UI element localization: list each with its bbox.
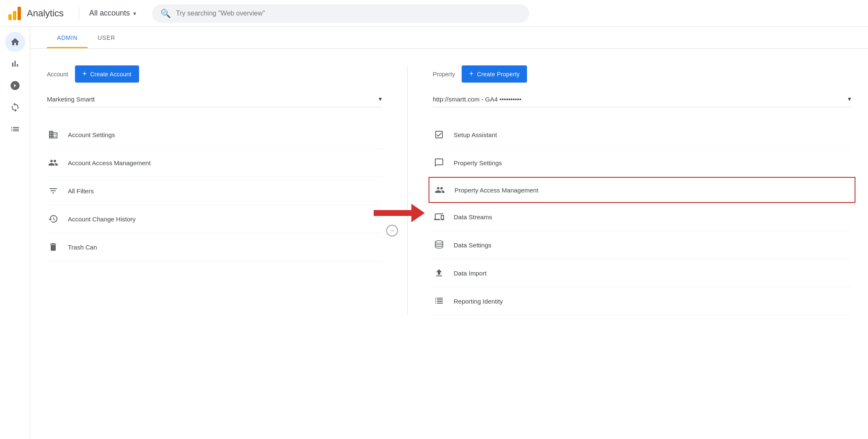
- property-column: Property + Create Property http://smartt…: [407, 65, 851, 315]
- create-account-button[interactable]: + Create Account: [75, 65, 139, 83]
- menu-item-all-filters[interactable]: All Filters: [47, 177, 382, 205]
- menu-item-reporting-identity[interactable]: Reporting Identity: [433, 287, 851, 315]
- sidebar-icon-configure[interactable]: [5, 119, 25, 139]
- logo-bar-large: [18, 7, 21, 20]
- menu-item-data-streams[interactable]: Data Streams: [433, 203, 851, 231]
- setup-assistant-label: Setup Assistant: [454, 131, 497, 138]
- analytics-logo: [8, 7, 21, 20]
- svg-point-1: [435, 241, 443, 243]
- explore-icon: [10, 81, 20, 91]
- account-column-label: Account: [47, 71, 68, 78]
- top-header: Analytics All accounts ▾ 🔍: [0, 0, 868, 27]
- menu-item-account-change-history[interactable]: Account Change History: [47, 205, 382, 233]
- left-sidebar: [0, 27, 30, 439]
- property-column-label: Property: [433, 71, 455, 78]
- advertising-icon: [10, 102, 20, 112]
- logo-bar-small: [8, 14, 12, 20]
- menu-item-data-import[interactable]: Data Import: [433, 259, 851, 287]
- menu-item-account-access-management[interactable]: Account Access Management: [47, 149, 382, 177]
- account-settings-label: Account Settings: [68, 131, 115, 138]
- menu-item-setup-assistant[interactable]: Setup Assistant: [433, 121, 851, 149]
- account-dropdown[interactable]: Marketing Smartt ▾: [47, 91, 382, 107]
- data-streams-icon: [434, 212, 444, 222]
- app-name: Analytics: [27, 8, 64, 19]
- home-icon: [10, 37, 20, 47]
- plus-icon-property: +: [469, 70, 474, 78]
- arrow-head: [411, 204, 425, 222]
- account-access-management-label: Account Access Management: [68, 159, 151, 166]
- property-settings-label: Property Settings: [454, 159, 502, 166]
- main-content: ADMIN USER Account + Create Account Mark…: [30, 27, 868, 439]
- trash-icon: [48, 242, 58, 252]
- all-filters-label: All Filters: [68, 187, 94, 195]
- sidebar-icon-reports[interactable]: [5, 54, 25, 74]
- setup-assistant-icon: [434, 130, 444, 140]
- search-icon: 🔍: [160, 8, 171, 18]
- red-arrow-annotation: [374, 204, 425, 222]
- property-dropdown[interactable]: http://smartt.com - GA4 •••••••••• ▾: [433, 91, 851, 107]
- menu-item-account-settings[interactable]: Account Settings: [47, 121, 382, 149]
- account-dropdown-value: Marketing Smartt: [47, 96, 95, 103]
- column-divider-circle: →: [386, 225, 398, 236]
- search-bar[interactable]: 🔍: [152, 4, 529, 23]
- account-change-history-label: Account Change History: [68, 216, 136, 223]
- property-access-icon: [435, 185, 445, 195]
- property-dropdown-arrow: ▾: [848, 95, 851, 103]
- account-column-header: Account + Create Account: [47, 65, 382, 83]
- account-selector-arrow: ▾: [133, 10, 136, 17]
- property-settings-icon: [434, 158, 444, 168]
- data-streams-label: Data Streams: [454, 213, 492, 221]
- people-icon: [48, 158, 58, 168]
- account-selector-label: All accounts: [89, 9, 130, 18]
- logo-container: Analytics: [8, 7, 64, 20]
- header-divider: [79, 7, 79, 20]
- sidebar-icon-home[interactable]: [5, 32, 25, 52]
- property-column-header: Property + Create Property: [433, 65, 851, 83]
- plus-icon: +: [83, 70, 87, 78]
- arrow-body: [374, 210, 411, 216]
- list-icon: [10, 124, 20, 134]
- account-dropdown-arrow: ▾: [379, 95, 382, 103]
- data-settings-label: Data Settings: [454, 242, 491, 249]
- logo-bar-medium: [13, 11, 16, 20]
- menu-item-property-settings[interactable]: Property Settings: [433, 149, 851, 177]
- menu-item-data-settings[interactable]: Data Settings: [433, 231, 851, 259]
- bar-chart-icon: [10, 59, 20, 69]
- sidebar-icon-advertising[interactable]: [5, 97, 25, 117]
- filter-icon: [48, 186, 58, 196]
- tab-user[interactable]: USER: [88, 27, 125, 48]
- account-selector[interactable]: All accounts ▾: [86, 6, 140, 20]
- sidebar-icon-explore[interactable]: [5, 75, 25, 96]
- property-access-management-label: Property Access Management: [455, 187, 538, 194]
- account-column: Account + Create Account Marketing Smart…: [47, 65, 407, 315]
- tabs-bar: ADMIN USER: [30, 27, 868, 49]
- search-input[interactable]: [176, 10, 521, 17]
- create-property-label: Create Property: [477, 71, 520, 78]
- reporting-identity-label: Reporting Identity: [454, 298, 503, 305]
- tab-admin[interactable]: ADMIN: [47, 27, 88, 48]
- data-import-icon: [434, 268, 444, 278]
- admin-content: Account + Create Account Marketing Smart…: [30, 49, 868, 332]
- create-account-label: Create Account: [90, 71, 132, 78]
- reporting-identity-icon: [434, 296, 444, 306]
- menu-item-trash-can[interactable]: Trash Can: [47, 233, 382, 261]
- building-icon: [48, 130, 58, 140]
- history-icon: [48, 214, 58, 224]
- data-settings-icon: [434, 240, 444, 250]
- create-property-button[interactable]: + Create Property: [462, 65, 527, 83]
- trash-can-label: Trash Can: [68, 244, 97, 251]
- menu-item-property-access-management[interactable]: Property Access Management: [429, 177, 855, 203]
- property-dropdown-value: http://smartt.com - GA4 ••••••••••: [433, 96, 522, 103]
- data-import-label: Data Import: [454, 270, 486, 277]
